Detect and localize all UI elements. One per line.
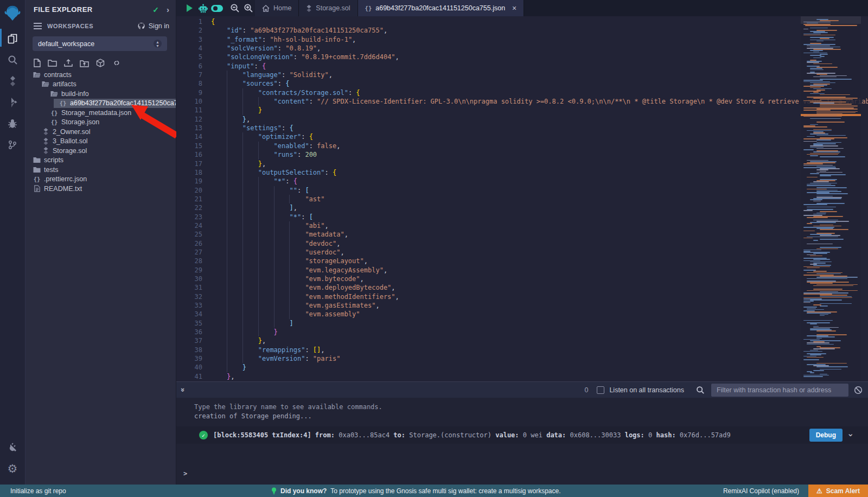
run-script-button[interactable] [183, 0, 196, 16]
new-file-icon[interactable] [34, 59, 41, 69]
zoom-in-icon[interactable] [241, 0, 255, 16]
debugger-icon[interactable] [0, 113, 25, 134]
check-icon: ✓ [152, 5, 159, 14]
upload-file-icon[interactable] [64, 59, 73, 69]
workspaces-menu-icon[interactable] [34, 21, 42, 31]
tree-item-.prettierrc.json[interactable]: {}.prettierrc.json [25, 175, 176, 184]
transaction-log-row[interactable]: ✓ [block:5583405 txIndex:4] from: 0xa03.… [176, 426, 868, 444]
code-line: "devdoc", [211, 239, 868, 248]
workspace-select[interactable]: default_workspace ▲▼ [33, 36, 167, 51]
search-icon[interactable] [0, 49, 25, 71]
git-init-status[interactable]: Initialize as git repo [10, 487, 66, 495]
solidity-compiler-icon[interactable] [0, 71, 25, 92]
tree-item-tests[interactable]: tests [25, 165, 176, 175]
transaction-filter-input[interactable] [711, 384, 848, 397]
chevron-right-icon[interactable]: › [167, 5, 169, 14]
folder-icon [33, 167, 41, 173]
tab-Storage.sol[interactable]: Storage.sol [299, 0, 358, 16]
folder-open-icon [50, 91, 58, 97]
tree-item-artifacts[interactable]: artifacts [25, 80, 176, 90]
code-line: "": [ [211, 186, 868, 195]
tree-item-scripts[interactable]: scripts [25, 156, 176, 165]
link-icon[interactable] [112, 59, 122, 68]
github-sign-in[interactable]: Sign in [137, 22, 169, 30]
copilot-toggle[interactable] [210, 0, 224, 16]
tab-bar: HomeStorage.sol{}a69b43f277ba20fcac14115… [176, 0, 868, 16]
code-line: "outputSelection": { [211, 168, 868, 177]
upload-folder-icon[interactable] [80, 59, 89, 69]
tree-item-3_Ballot.sol[interactable]: 3_Ballot.sol [25, 137, 176, 146]
git-icon[interactable] [0, 134, 25, 155]
did-you-know-tip: Did you know? To prototype using the Gno… [271, 487, 561, 495]
folder-open-icon [33, 72, 41, 78]
tree-item-build-info[interactable]: build-info [25, 89, 176, 99]
copilot-status[interactable]: RemixAI Copilot (enabled) [723, 487, 799, 495]
tree-item-a69b43f277ba20fcac141151250ca7...[interactable]: {}a69b43f277ba20fcac141151250ca7... [54, 99, 176, 109]
file-explorer-icon[interactable] [0, 28, 25, 49]
tree-item-label: a69b43f277ba20fcac141151250ca7... [70, 99, 176, 107]
code-line: "language": "Solidity", [211, 71, 868, 79]
code-line: ], [211, 203, 868, 212]
ai-copilot-robot-icon[interactable] [196, 0, 210, 16]
deploy-run-icon[interactable] [0, 92, 25, 113]
remix-logo-icon[interactable] [3, 4, 22, 22]
solidity-file-icon [43, 128, 49, 135]
tree-item-2_Owner.sol[interactable]: 2_Owner.sol [25, 127, 176, 137]
code-line: "*": { [211, 177, 868, 186]
code-line: "metadata", [211, 230, 868, 239]
code-content: { "id": "a69b43f277ba20fcac141151250ca75… [211, 17, 868, 381]
code-line: }, [211, 115, 868, 124]
minimap[interactable] [801, 16, 861, 381]
code-editor[interactable]: 1234567891011121314151617181920212223242… [176, 16, 868, 381]
tree-item-label: README.txt [44, 185, 82, 193]
debug-button[interactable]: Debug [809, 429, 843, 442]
code-line: "storageLayout", [211, 257, 868, 265]
tree-item-contracts[interactable]: contracts [25, 70, 176, 80]
tree-item-label: Storage.sol [53, 147, 87, 155]
tab-close-icon[interactable]: × [512, 4, 516, 12]
publish-ipfs-icon[interactable] [96, 59, 105, 69]
plugin-manager-icon[interactable] [0, 437, 25, 458]
code-line: "solcLongVersion": "0.8.19+commit.7dd6d4… [211, 53, 868, 61]
github-icon [137, 22, 145, 30]
tree-item-Storage_metadata.json[interactable]: {}Storage_metadata.json [25, 108, 176, 118]
code-line: "runs": 200 [211, 150, 868, 159]
clear-console-icon[interactable] [854, 386, 863, 394]
editor-area: HomeStorage.sol{}a69b43f277ba20fcac14115… [176, 0, 868, 485]
json-file-icon: {} [51, 110, 58, 116]
settings-icon[interactable]: ⚙ [0, 458, 25, 479]
home-icon [262, 5, 270, 12]
terminal-prompt[interactable]: > [183, 470, 187, 477]
workspaces-label: WORKSPACES [47, 23, 137, 29]
code-line: "evm.legacyAssembly", [211, 266, 868, 275]
terminal-toolbar: » 0 Listen on all transactions [176, 381, 868, 398]
code-line: "userdoc", [211, 248, 868, 257]
code-line: "sources": { [211, 79, 868, 88]
code-line: "input": { [211, 62, 868, 71]
status-bar: Initialize as git repo Did you know? To … [0, 485, 868, 497]
zoom-out-icon[interactable] [228, 0, 241, 16]
code-line: "abi", [211, 221, 868, 230]
file-explorer-panel: FILE EXPLORER ✓ › WORKSPACES Sign in def… [25, 0, 176, 485]
scam-alert-badge[interactable]: ⚠ Scam Alert [808, 485, 868, 497]
code-line: "evm.bytecode", [211, 275, 868, 283]
tx-expand-icon[interactable]: › [845, 432, 855, 437]
code-line: } [211, 106, 868, 114]
tree-item-label: Storage.json [61, 118, 99, 126]
terminal[interactable]: Type the library name to see available c… [176, 398, 868, 485]
terminal-search-icon[interactable] [696, 386, 705, 394]
tree-item-label: scripts [44, 156, 63, 164]
new-folder-icon[interactable] [48, 59, 57, 68]
terminal-collapse-icon[interactable]: » [179, 388, 187, 392]
tree-item-Storage.json[interactable]: {}Storage.json [25, 118, 176, 128]
tree-item-Storage.sol[interactable]: Storage.sol [25, 146, 176, 156]
tab-Home[interactable]: Home [255, 0, 299, 16]
code-line: "evmVersion": "paris" [211, 354, 868, 363]
listen-checkbox[interactable] [597, 386, 604, 394]
folder-open-icon [42, 81, 49, 87]
tab-a69b43f277ba20fcac141151250ca755.json[interactable]: {}a69b43f277ba20fcac141151250ca755.json× [358, 0, 525, 16]
code-line: "evm.gasEstimates", [211, 301, 868, 310]
json-file-icon: {} [60, 100, 67, 106]
remix-ide-window: ⚙ FILE EXPLORER ✓ › WORKSPACES Sign in d… [0, 0, 868, 497]
tree-item-README.txt[interactable]: README.txt [25, 184, 176, 194]
